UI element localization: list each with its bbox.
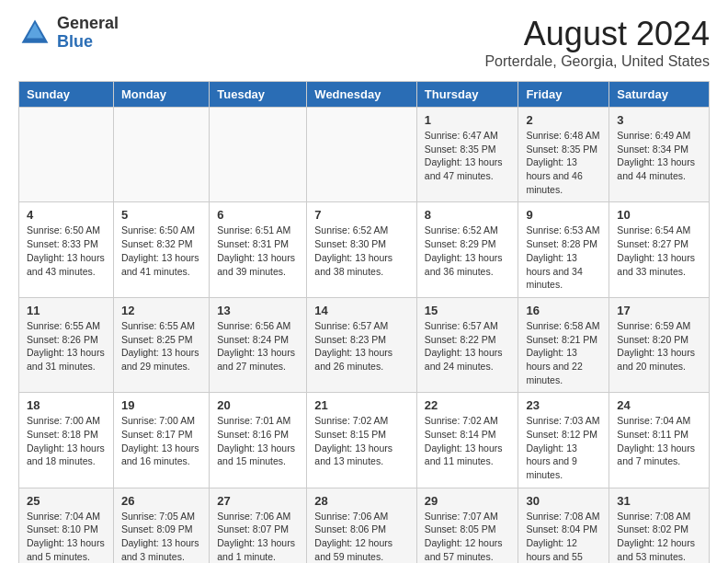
day-info: Sunrise: 6:55 AMSunset: 8:26 PMDaylight:… xyxy=(27,319,106,373)
day-number: 5 xyxy=(121,208,201,222)
calendar-cell: 28Sunrise: 7:06 AMSunset: 8:06 PMDayligh… xyxy=(307,488,417,563)
calendar-header-row: SundayMondayTuesdayWednesdayThursdayFrid… xyxy=(19,82,710,108)
calendar-cell: 8Sunrise: 6:52 AMSunset: 8:29 PMDaylight… xyxy=(416,202,518,297)
calendar-cell: 7Sunrise: 6:52 AMSunset: 8:30 PMDaylight… xyxy=(307,202,417,297)
calendar-cell: 15Sunrise: 6:57 AMSunset: 8:22 PMDayligh… xyxy=(416,297,518,392)
day-number: 21 xyxy=(314,398,409,412)
calendar-cell: 18Sunrise: 7:00 AMSunset: 8:18 PMDayligh… xyxy=(19,393,114,488)
day-number: 19 xyxy=(121,398,201,412)
calendar-cell xyxy=(210,108,307,202)
day-number: 23 xyxy=(526,398,601,412)
day-info: Sunrise: 7:04 AMSunset: 8:11 PMDaylight:… xyxy=(617,414,701,468)
page-header: General Blue August 2024 Porterdale, Geo… xyxy=(18,15,710,70)
day-number: 9 xyxy=(526,208,601,222)
day-number: 3 xyxy=(617,113,701,127)
calendar-cell: 21Sunrise: 7:02 AMSunset: 8:15 PMDayligh… xyxy=(307,393,417,488)
day-info: Sunrise: 7:08 AMSunset: 8:04 PMDaylight:… xyxy=(526,510,601,563)
day-info: Sunrise: 6:47 AMSunset: 8:35 PMDaylight:… xyxy=(425,129,511,183)
calendar-cell: 13Sunrise: 6:56 AMSunset: 8:24 PMDayligh… xyxy=(210,297,307,392)
day-number: 13 xyxy=(217,304,299,317)
day-info: Sunrise: 7:02 AMSunset: 8:14 PMDaylight:… xyxy=(425,414,511,468)
day-number: 22 xyxy=(425,398,511,412)
calendar-cell: 26Sunrise: 7:05 AMSunset: 8:09 PMDayligh… xyxy=(113,488,209,563)
calendar-cell: 12Sunrise: 6:55 AMSunset: 8:25 PMDayligh… xyxy=(113,297,209,392)
day-info: Sunrise: 6:58 AMSunset: 8:21 PMDaylight:… xyxy=(526,319,601,386)
day-info: Sunrise: 6:54 AMSunset: 8:27 PMDaylight:… xyxy=(617,224,701,278)
calendar-cell: 25Sunrise: 7:04 AMSunset: 8:10 PMDayligh… xyxy=(19,488,114,563)
day-info: Sunrise: 7:00 AMSunset: 8:17 PMDaylight:… xyxy=(121,414,201,468)
day-info: Sunrise: 7:00 AMSunset: 8:18 PMDaylight:… xyxy=(27,414,106,468)
calendar-week-row: 11Sunrise: 6:55 AMSunset: 8:26 PMDayligh… xyxy=(19,297,710,392)
logo: General Blue xyxy=(18,15,119,52)
calendar-cell: 20Sunrise: 7:01 AMSunset: 8:16 PMDayligh… xyxy=(210,393,307,488)
day-info: Sunrise: 6:50 AMSunset: 8:33 PMDaylight:… xyxy=(27,224,106,278)
calendar-title: August 2024 xyxy=(484,15,710,53)
day-number: 26 xyxy=(121,494,201,508)
day-info: Sunrise: 6:52 AMSunset: 8:29 PMDaylight:… xyxy=(425,224,511,278)
logo-icon xyxy=(18,17,51,50)
day-info: Sunrise: 7:05 AMSunset: 8:09 PMDaylight:… xyxy=(121,510,201,563)
day-number: 14 xyxy=(314,304,409,317)
day-number: 20 xyxy=(217,398,299,412)
calendar-cell: 4Sunrise: 6:50 AMSunset: 8:33 PMDaylight… xyxy=(19,202,114,297)
calendar-cell: 22Sunrise: 7:02 AMSunset: 8:14 PMDayligh… xyxy=(416,393,518,488)
calendar-cell: 24Sunrise: 7:04 AMSunset: 8:11 PMDayligh… xyxy=(609,393,710,488)
calendar-cell: 10Sunrise: 6:54 AMSunset: 8:27 PMDayligh… xyxy=(609,202,710,297)
calendar-cell xyxy=(307,108,417,202)
day-info: Sunrise: 6:51 AMSunset: 8:31 PMDaylight:… xyxy=(217,224,299,278)
col-header-thursday: Thursday xyxy=(416,82,518,108)
day-number: 25 xyxy=(27,494,106,508)
calendar-cell: 23Sunrise: 7:03 AMSunset: 8:12 PMDayligh… xyxy=(518,393,609,488)
day-info: Sunrise: 6:52 AMSunset: 8:30 PMDaylight:… xyxy=(314,224,409,278)
calendar-cell: 16Sunrise: 6:58 AMSunset: 8:21 PMDayligh… xyxy=(518,297,609,392)
calendar-cell: 11Sunrise: 6:55 AMSunset: 8:26 PMDayligh… xyxy=(19,297,114,392)
calendar-cell: 29Sunrise: 7:07 AMSunset: 8:05 PMDayligh… xyxy=(416,488,518,563)
day-number: 29 xyxy=(425,494,511,508)
day-info: Sunrise: 6:59 AMSunset: 8:20 PMDaylight:… xyxy=(617,319,701,373)
day-number: 16 xyxy=(526,304,601,317)
day-number: 31 xyxy=(617,494,701,508)
day-info: Sunrise: 7:07 AMSunset: 8:05 PMDaylight:… xyxy=(425,510,511,563)
day-info: Sunrise: 6:48 AMSunset: 8:35 PMDaylight:… xyxy=(526,129,601,196)
title-block: August 2024 Porterdale, Georgia, United … xyxy=(484,15,710,70)
day-info: Sunrise: 6:57 AMSunset: 8:23 PMDaylight:… xyxy=(314,319,409,373)
calendar-cell: 1Sunrise: 6:47 AMSunset: 8:35 PMDaylight… xyxy=(416,108,518,202)
day-number: 6 xyxy=(217,208,299,222)
day-info: Sunrise: 6:49 AMSunset: 8:34 PMDaylight:… xyxy=(617,129,701,183)
day-number: 10 xyxy=(617,208,701,222)
calendar-week-row: 18Sunrise: 7:00 AMSunset: 8:18 PMDayligh… xyxy=(19,393,710,488)
day-info: Sunrise: 6:57 AMSunset: 8:22 PMDaylight:… xyxy=(425,319,511,373)
col-header-monday: Monday xyxy=(113,82,209,108)
day-number: 30 xyxy=(526,494,601,508)
day-number: 27 xyxy=(217,494,299,508)
day-number: 12 xyxy=(121,304,201,317)
logo-text: General Blue xyxy=(57,15,119,52)
day-number: 7 xyxy=(314,208,409,222)
day-info: Sunrise: 6:50 AMSunset: 8:32 PMDaylight:… xyxy=(121,224,201,278)
calendar-cell: 3Sunrise: 6:49 AMSunset: 8:34 PMDaylight… xyxy=(609,108,710,202)
calendar-week-row: 25Sunrise: 7:04 AMSunset: 8:10 PMDayligh… xyxy=(19,488,710,563)
calendar-week-row: 4Sunrise: 6:50 AMSunset: 8:33 PMDaylight… xyxy=(19,202,710,297)
col-header-friday: Friday xyxy=(518,82,609,108)
day-number: 4 xyxy=(27,208,106,222)
day-number: 11 xyxy=(27,304,106,317)
day-number: 2 xyxy=(526,113,601,127)
col-header-wednesday: Wednesday xyxy=(307,82,417,108)
calendar-cell: 5Sunrise: 6:50 AMSunset: 8:32 PMDaylight… xyxy=(113,202,209,297)
day-info: Sunrise: 7:08 AMSunset: 8:02 PMDaylight:… xyxy=(617,510,701,563)
calendar-cell: 6Sunrise: 6:51 AMSunset: 8:31 PMDaylight… xyxy=(210,202,307,297)
calendar-week-row: 1Sunrise: 6:47 AMSunset: 8:35 PMDaylight… xyxy=(19,108,710,202)
calendar-subtitle: Porterdale, Georgia, United States xyxy=(484,53,710,70)
calendar-cell: 9Sunrise: 6:53 AMSunset: 8:28 PMDaylight… xyxy=(518,202,609,297)
calendar-cell xyxy=(19,108,114,202)
calendar-cell: 2Sunrise: 6:48 AMSunset: 8:35 PMDaylight… xyxy=(518,108,609,202)
logo-general: General xyxy=(57,15,119,33)
day-number: 28 xyxy=(314,494,409,508)
calendar-cell: 31Sunrise: 7:08 AMSunset: 8:02 PMDayligh… xyxy=(609,488,710,563)
day-info: Sunrise: 7:06 AMSunset: 8:06 PMDaylight:… xyxy=(314,510,409,563)
calendar-cell: 30Sunrise: 7:08 AMSunset: 8:04 PMDayligh… xyxy=(518,488,609,563)
day-info: Sunrise: 6:56 AMSunset: 8:24 PMDaylight:… xyxy=(217,319,299,373)
day-number: 8 xyxy=(425,208,511,222)
calendar-cell: 19Sunrise: 7:00 AMSunset: 8:17 PMDayligh… xyxy=(113,393,209,488)
day-number: 24 xyxy=(617,398,701,412)
